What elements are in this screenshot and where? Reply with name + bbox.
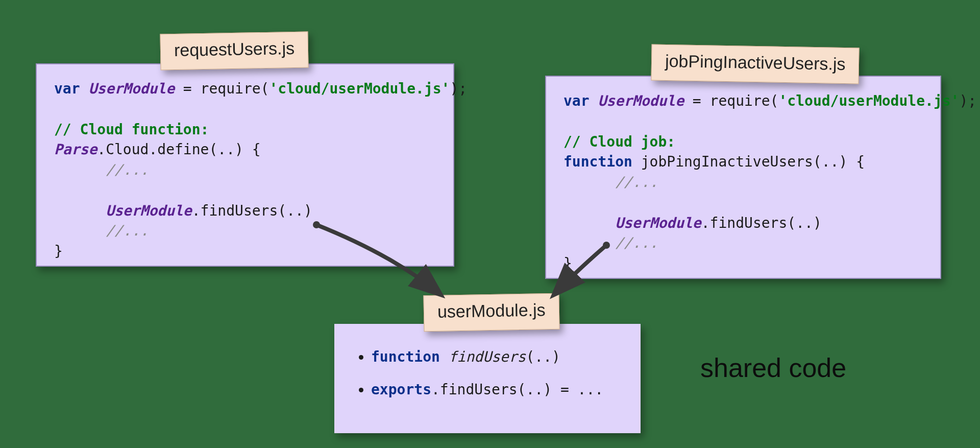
code-requestusers: var UserModule = require('cloud/userModu… (54, 79, 438, 262)
diagram-canvas: var UserModule = require('cloud/userModu… (0, 0, 980, 448)
list-item: exports.findUsers(..) = ... (371, 381, 617, 398)
tag-requestusers: requestUsers.js (160, 31, 308, 70)
tag-jobpinginactive-label: jobPingInactiveUsers.js (665, 51, 846, 74)
list-item: function findUsers(..) (371, 348, 617, 366)
tag-usermodule-label: userModule.js (437, 300, 546, 321)
tag-requestusers-label: requestUsers.js (174, 38, 295, 60)
codebox-jobpinginactive: var UserModule = require('cloud/userModu… (545, 76, 941, 279)
usermodule-list: function findUsers(..) exports.findUsers… (358, 348, 617, 398)
code-jobpinginactive: var UserModule = require('cloud/userModu… (564, 91, 925, 274)
tag-usermodule: userModule.js (423, 293, 559, 332)
codebox-requestusers: var UserModule = require('cloud/userModu… (36, 63, 454, 267)
codebox-usermodule: function findUsers(..) exports.findUsers… (334, 324, 641, 433)
tag-jobpinginactive: jobPingInactiveUsers.js (651, 44, 860, 84)
shared-code-label: shared code (700, 352, 846, 383)
